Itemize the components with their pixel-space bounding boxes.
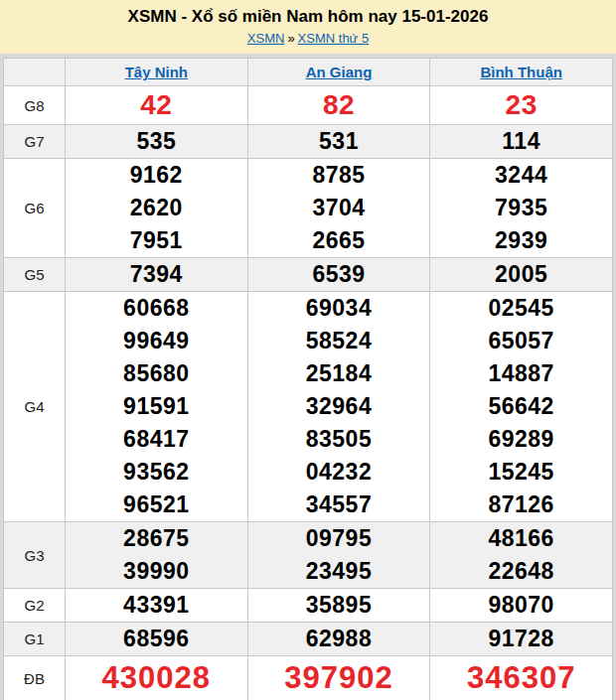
breadcrumb: XSMN»XSMN thứ 5 bbox=[0, 31, 616, 46]
prize-row-g4: G460668996498568091591684179356296521690… bbox=[4, 292, 613, 522]
result-cell: 02545650571488756642692891524587126 bbox=[430, 292, 613, 522]
prize-label-g2: G2 bbox=[4, 589, 66, 623]
prize-label-g7: G7 bbox=[4, 125, 66, 159]
prize-row-g8: G8428223 bbox=[4, 86, 613, 125]
result-cell: 878537042665 bbox=[247, 159, 430, 258]
result-number: 8785 bbox=[248, 159, 430, 192]
result-number: 93562 bbox=[66, 456, 247, 489]
result-number: 2005 bbox=[430, 258, 612, 291]
result-number: 58524 bbox=[248, 325, 430, 357]
result-cell: 69034585242518432964835050423234557 bbox=[247, 292, 430, 522]
result-number: 9162 bbox=[66, 159, 247, 192]
result-number: 7394 bbox=[66, 258, 247, 291]
result-cell: 62988 bbox=[247, 623, 430, 656]
result-cell: 4816622648 bbox=[430, 522, 613, 589]
province-link[interactable]: An Giang bbox=[306, 64, 373, 80]
prize-label-g4: G4 bbox=[4, 292, 66, 522]
results-table-head: Tây NinhAn GiangBình Thuận bbox=[4, 59, 613, 86]
result-cell: 42 bbox=[66, 86, 248, 125]
result-cell: 7394 bbox=[66, 258, 248, 292]
result-number: 02545 bbox=[430, 292, 612, 325]
result-number: 83505 bbox=[248, 423, 430, 456]
result-number: 3704 bbox=[248, 192, 430, 224]
prize-row-g3: G3286753999009795234954816622648 bbox=[4, 522, 613, 589]
result-number: 60668 bbox=[66, 292, 247, 325]
result-number: 346307 bbox=[430, 656, 612, 700]
breadcrumb-link-xsmn-thu5[interactable]: XSMN thứ 5 bbox=[298, 31, 370, 46]
prize-label-g6: G6 bbox=[4, 159, 66, 258]
result-number: 25184 bbox=[248, 357, 430, 390]
result-number: 430028 bbox=[66, 656, 247, 700]
result-number: 3244 bbox=[430, 159, 612, 192]
prize-row-g6: G6916226207951878537042665324479352939 bbox=[4, 159, 613, 258]
result-number: 397902 bbox=[248, 656, 430, 700]
province-link[interactable]: Bình Thuận bbox=[480, 64, 562, 80]
province-link[interactable]: Tây Ninh bbox=[125, 64, 188, 80]
prize-row-g1: G1685966298891728 bbox=[4, 623, 613, 656]
result-cell: 324479352939 bbox=[430, 159, 613, 258]
result-number: 114 bbox=[430, 125, 612, 158]
result-number: 2620 bbox=[66, 192, 247, 224]
prize-row-db: ĐB430028397902346307 bbox=[4, 656, 613, 700]
result-cell: 346307 bbox=[430, 656, 613, 700]
breadcrumb-link-xsmn[interactable]: XSMN bbox=[247, 31, 285, 46]
result-number: 99649 bbox=[66, 325, 247, 357]
results-table: Tây NinhAn GiangBình Thuận G8428223G7535… bbox=[3, 58, 613, 700]
result-number: 65057 bbox=[430, 325, 612, 357]
result-cell: 114 bbox=[430, 125, 613, 159]
result-cell: 397902 bbox=[247, 656, 430, 700]
result-cell: 35895 bbox=[247, 589, 430, 623]
prize-label-g5: G5 bbox=[4, 258, 66, 292]
result-number: 22648 bbox=[430, 555, 612, 588]
result-cell: 0979523495 bbox=[247, 522, 430, 589]
results-table-body: G8428223G7535531114G69162262079518785370… bbox=[4, 86, 613, 700]
result-number: 6539 bbox=[248, 258, 430, 291]
result-cell: 6539 bbox=[247, 258, 430, 292]
lottery-results-page: XSMN - Xổ số miền Nam hôm nay 15-01-2026… bbox=[0, 0, 616, 700]
page-header: XSMN - Xổ số miền Nam hôm nay 15-01-2026… bbox=[0, 0, 616, 54]
result-number: 35895 bbox=[248, 589, 430, 622]
result-number: 23495 bbox=[248, 555, 430, 588]
result-cell: 68596 bbox=[66, 623, 248, 656]
result-cell: 98070 bbox=[430, 589, 613, 623]
breadcrumb-separator: » bbox=[287, 31, 294, 46]
result-cell: 916226207951 bbox=[66, 159, 248, 258]
result-cell: 2867539990 bbox=[66, 522, 248, 589]
result-number: 535 bbox=[66, 125, 247, 158]
page-title: XSMN - Xổ số miền Nam hôm nay 15-01-2026 bbox=[0, 7, 616, 27]
result-number: 2939 bbox=[430, 224, 612, 257]
result-number: 32964 bbox=[248, 390, 430, 423]
prize-label-g8: G8 bbox=[4, 86, 66, 125]
result-number: 04232 bbox=[248, 456, 430, 489]
result-number: 09795 bbox=[248, 522, 430, 555]
result-cell: 82 bbox=[247, 86, 430, 125]
result-number: 87126 bbox=[430, 489, 612, 521]
result-number: 14887 bbox=[430, 357, 612, 390]
prize-label-g3: G3 bbox=[4, 522, 66, 589]
result-number: 91591 bbox=[66, 390, 247, 423]
result-number: 39990 bbox=[66, 555, 247, 588]
result-number: 85680 bbox=[66, 357, 247, 390]
result-number: 82 bbox=[248, 86, 430, 124]
result-number: 69289 bbox=[430, 423, 612, 456]
result-cell: 2005 bbox=[430, 258, 613, 292]
prize-row-g5: G5739465392005 bbox=[4, 258, 613, 292]
result-cell: 23 bbox=[430, 86, 613, 125]
prize-label-g1: G1 bbox=[4, 623, 66, 656]
result-number: 42 bbox=[66, 86, 247, 124]
result-cell: 43391 bbox=[66, 589, 248, 623]
result-number: 69034 bbox=[248, 292, 430, 325]
corner-cell bbox=[4, 59, 66, 86]
result-number: 91728 bbox=[430, 623, 612, 655]
result-cell: 535 bbox=[66, 125, 248, 159]
prize-row-g2: G2433913589598070 bbox=[4, 589, 613, 623]
result-number: 7935 bbox=[430, 192, 612, 224]
result-cell: 91728 bbox=[430, 623, 613, 656]
result-cell: 60668996498568091591684179356296521 bbox=[66, 292, 248, 522]
province-header-row: Tây NinhAn GiangBình Thuận bbox=[4, 59, 613, 86]
result-number: 531 bbox=[248, 125, 430, 158]
result-number: 48166 bbox=[430, 522, 612, 555]
result-number: 96521 bbox=[66, 489, 247, 521]
result-number: 15245 bbox=[430, 456, 612, 489]
result-number: 28675 bbox=[66, 522, 247, 555]
